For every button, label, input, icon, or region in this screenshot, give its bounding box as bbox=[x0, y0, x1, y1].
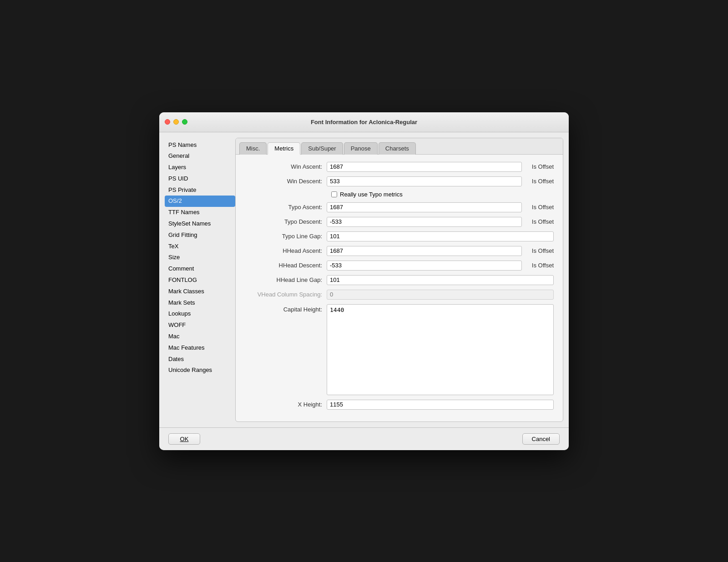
tab-panose[interactable]: Panose bbox=[344, 142, 378, 155]
hhead-line-gap-row: HHead Line Gap: bbox=[245, 275, 554, 285]
typo-ascent-row: Typo Ascent: Is Offset bbox=[245, 202, 554, 212]
capital-height-row: Capital Height: 1440 bbox=[245, 304, 554, 395]
sidebar-item-mark-sets[interactable]: Mark Sets bbox=[165, 297, 235, 309]
sidebar-item-fontlog[interactable]: FONTLOG bbox=[165, 275, 235, 286]
content-area: PS NamesGeneralLayersPS UIDPS PrivateOS/… bbox=[159, 132, 569, 427]
hhead-descent-row: HHead Descent: Is Offset bbox=[245, 261, 554, 271]
really-use-typo-row: Really use Typo metrics bbox=[245, 191, 554, 198]
window-title: Font Information for Aclonica-Regular bbox=[311, 119, 417, 125]
capital-height-label: Capital Height: bbox=[245, 304, 327, 313]
sidebar-item-ps-private[interactable]: PS Private bbox=[165, 185, 235, 196]
footer: OK Cancel bbox=[159, 427, 569, 450]
sidebar-item-general[interactable]: General bbox=[165, 151, 235, 162]
hhead-ascent-label: HHead Ascent: bbox=[245, 247, 327, 254]
cancel-button[interactable]: Cancel bbox=[522, 433, 560, 445]
typo-ascent-input[interactable] bbox=[327, 202, 522, 212]
vhead-column-spacing-input bbox=[327, 290, 554, 300]
tab-metrics[interactable]: Metrics bbox=[268, 142, 300, 155]
typo-descent-row: Typo Descent: Is Offset bbox=[245, 217, 554, 227]
really-use-typo-checkbox[interactable] bbox=[331, 191, 337, 197]
hhead-descent-offset: Is Offset bbox=[522, 262, 554, 269]
sidebar-item-size[interactable]: Size bbox=[165, 252, 235, 263]
hhead-ascent-offset: Is Offset bbox=[522, 247, 554, 254]
sidebar-item-tex[interactable]: TeX bbox=[165, 241, 235, 252]
maximize-button[interactable] bbox=[182, 119, 187, 125]
hhead-descent-input[interactable] bbox=[327, 261, 522, 271]
sidebar-item-dates[interactable]: Dates bbox=[165, 354, 235, 365]
sidebar-item-unicode-ranges[interactable]: Unicode Ranges bbox=[165, 365, 235, 376]
main-window: Font Information for Aclonica-Regular PS… bbox=[159, 112, 569, 450]
typo-descent-input[interactable] bbox=[327, 217, 522, 227]
typo-line-gap-label: Typo Line Gap: bbox=[245, 233, 327, 240]
sidebar-item-mac[interactable]: Mac bbox=[165, 331, 235, 342]
hhead-ascent-row: HHead Ascent: Is Offset bbox=[245, 246, 554, 256]
hhead-line-gap-label: HHead Line Gap: bbox=[245, 276, 327, 283]
win-ascent-row: Win Ascent: Is Offset bbox=[245, 162, 554, 172]
ok-button[interactable]: OK bbox=[168, 433, 200, 445]
sidebar-item-os2[interactable]: OS/2 bbox=[165, 196, 235, 207]
tabs-container: Misc.MetricsSub/SuperPanoseCharsets bbox=[236, 138, 563, 155]
sidebar-item-grid-fitting[interactable]: Grid Fitting bbox=[165, 230, 235, 241]
typo-line-gap-input[interactable] bbox=[327, 231, 554, 241]
win-descent-input[interactable] bbox=[327, 176, 522, 186]
hhead-descent-label: HHead Descent: bbox=[245, 262, 327, 269]
x-height-input[interactable] bbox=[327, 400, 554, 410]
typo-descent-label: Typo Descent: bbox=[245, 218, 327, 225]
win-descent-row: Win Descent: Is Offset bbox=[245, 176, 554, 186]
x-height-label: X Height: bbox=[245, 401, 327, 408]
win-descent-label: Win Descent: bbox=[245, 178, 327, 185]
sidebar-item-layers[interactable]: Layers bbox=[165, 162, 235, 173]
sidebar-item-ps-uid[interactable]: PS UID bbox=[165, 173, 235, 185]
tab-misc[interactable]: Misc. bbox=[239, 142, 267, 155]
titlebar: Font Information for Aclonica-Regular bbox=[159, 112, 569, 132]
sidebar-item-comment[interactable]: Comment bbox=[165, 263, 235, 275]
sidebar-item-lookups[interactable]: Lookups bbox=[165, 308, 235, 320]
hhead-ascent-input[interactable] bbox=[327, 246, 522, 256]
typo-ascent-offset: Is Offset bbox=[522, 204, 554, 211]
form-area: Win Ascent: Is Offset Win Descent: Is Of… bbox=[236, 155, 563, 422]
really-use-typo-label: Really use Typo metrics bbox=[340, 191, 403, 198]
minimize-button[interactable] bbox=[173, 119, 179, 125]
traffic-lights bbox=[165, 119, 187, 125]
win-descent-offset: Is Offset bbox=[522, 178, 554, 185]
sidebar-item-ttf-names[interactable]: TTF Names bbox=[165, 207, 235, 218]
x-height-row: X Height: bbox=[245, 400, 554, 410]
sidebar-item-woff[interactable]: WOFF bbox=[165, 320, 235, 331]
typo-line-gap-row: Typo Line Gap: bbox=[245, 231, 554, 241]
sidebar-item-mac-features[interactable]: Mac Features bbox=[165, 342, 235, 354]
sidebar: PS NamesGeneralLayersPS UIDPS PrivateOS/… bbox=[165, 138, 235, 422]
win-ascent-label: Win Ascent: bbox=[245, 163, 327, 170]
typo-descent-offset: Is Offset bbox=[522, 218, 554, 225]
close-button[interactable] bbox=[165, 119, 170, 125]
win-ascent-input[interactable] bbox=[327, 162, 522, 172]
tab-subsuper[interactable]: Sub/Super bbox=[301, 142, 343, 155]
sidebar-item-ps-names[interactable]: PS Names bbox=[165, 140, 235, 151]
sidebar-item-mark-classes[interactable]: Mark Classes bbox=[165, 286, 235, 297]
win-ascent-offset: Is Offset bbox=[522, 163, 554, 170]
tab-charsets[interactable]: Charsets bbox=[379, 142, 416, 155]
vhead-column-spacing-row: VHead Column Spacing: bbox=[245, 290, 554, 300]
hhead-line-gap-input[interactable] bbox=[327, 275, 554, 285]
vhead-column-spacing-label: VHead Column Spacing: bbox=[245, 291, 327, 298]
sidebar-item-styleset-names[interactable]: StyleSet Names bbox=[165, 218, 235, 230]
main-panel: Misc.MetricsSub/SuperPanoseCharsets Win … bbox=[235, 138, 563, 422]
capital-height-textarea[interactable]: 1440 bbox=[327, 304, 554, 395]
typo-ascent-label: Typo Ascent: bbox=[245, 204, 327, 211]
